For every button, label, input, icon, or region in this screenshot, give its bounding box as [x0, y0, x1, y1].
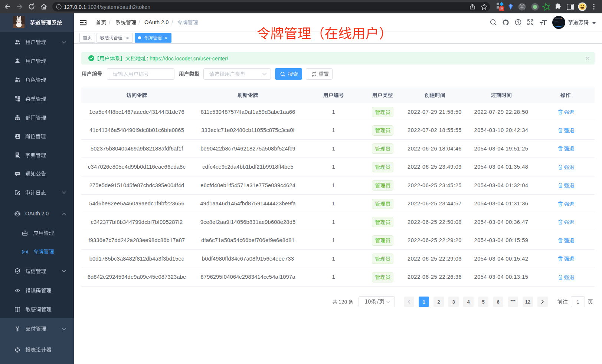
svg-text:9: 9 — [501, 7, 503, 11]
